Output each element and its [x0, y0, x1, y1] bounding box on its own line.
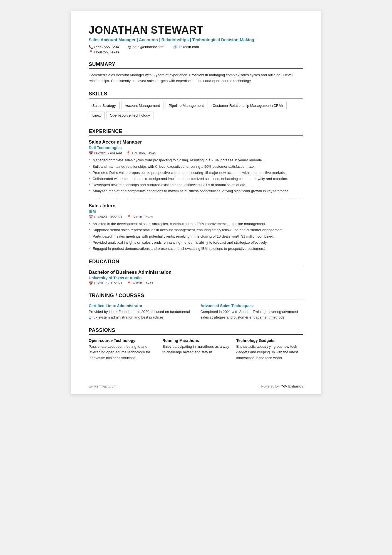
skill-tag: Account Management [121, 102, 163, 109]
skills-list: Sales StrategyAccount ManagementPipeline… [89, 102, 303, 121]
experience-section: EXPERIENCE Sales Account ManagerDell Tec… [89, 129, 303, 251]
edu-school: University of Texas at Austin [89, 276, 303, 280]
summary-text: Dedicated Sales Account Manager with 3 y… [89, 72, 303, 84]
list-item: Participated in sales meetings with pote… [89, 234, 303, 239]
calendar-icon: 📅 [89, 281, 93, 285]
list-item: Managed complete sales cycles from prosp… [89, 157, 303, 163]
footer: www.enhancv.com Powered by Enhancv [89, 384, 303, 389]
list-item: Collaborated with internal teams to desi… [89, 176, 303, 182]
list-item: Analyzed market and competitive conditio… [89, 188, 303, 194]
calendar-icon: 📅 [89, 215, 93, 219]
header: JONATHAN STEWART Sales Account Manager |… [89, 24, 303, 54]
location-icon: 📍 [89, 50, 93, 54]
edu-location-icon: 📍 [127, 281, 131, 285]
powered-by-text: Powered by [261, 384, 279, 388]
skill-tag: Pipeline Management [165, 102, 207, 109]
enhancv-brand-text: Enhancv [288, 384, 303, 388]
experience-entry: Sales InternIBM 📅 01/2020 - 05/2021 📍 Au… [89, 199, 303, 251]
training-section: TRAINING / COURSES Certified Linux Admin… [89, 293, 303, 320]
skill-tag: Linux [89, 112, 105, 119]
training-item: Advanced Sales TechniquesCompleted in 20… [200, 304, 303, 320]
list-item: Supported senior sales representatives i… [89, 227, 303, 233]
passion-item: Running MarathonsEnjoy participating in … [162, 338, 229, 361]
passions-grid: Open-source TechnologyPassionate about c… [89, 338, 303, 361]
education-heading: EDUCATION [89, 259, 303, 266]
footer-website: www.enhancv.com [89, 384, 116, 388]
education-section: EDUCATION Bachelor of Business Administr… [89, 259, 303, 285]
summary-section: SUMMARY Dedicated Sales Account Manager … [89, 61, 303, 84]
edu-meta: 📅 01/2017 - 01/2021 📍 Austin, Texas [89, 281, 303, 285]
passion-desc: Enjoy participating in marathons as a wa… [162, 344, 229, 355]
list-item: Engaged in product demonstrations and pr… [89, 246, 303, 251]
phone-text: (555) 555-1234 [94, 45, 119, 49]
job-dates: 📅 06/2021 - Present [89, 151, 122, 155]
edu-degree: Bachelor of Business Administration [89, 270, 303, 275]
passions-section: PASSIONS Open-source TechnologyPassionat… [89, 327, 303, 361]
enhancv-logo: Enhancv [281, 384, 303, 389]
location-row: 📍 Houston, Texas [89, 50, 303, 54]
experience-entry: Sales Account ManagerDell Technologies 📅… [89, 139, 303, 194]
enhancv-icon [281, 384, 287, 389]
location-pin-icon: 📍 [126, 151, 131, 155]
phone-contact: 📞 (555) 555-1234 [89, 45, 119, 49]
candidate-name: JONATHAN STEWART [89, 24, 303, 36]
job-title: Sales Intern [89, 203, 303, 209]
training-item: Certified Linux AdministratorProvided by… [89, 304, 192, 320]
job-dates: 📅 01/2020 - 05/2021 [89, 215, 122, 219]
passion-title: Running Marathons [162, 338, 229, 343]
passion-title: Open-source Technology [89, 338, 156, 343]
skills-heading: SKILLS [89, 91, 303, 98]
candidate-title: Sales Account Manager | Accounts | Relat… [89, 37, 303, 42]
passion-item: Technology GadgetsEnthusiastic about try… [236, 338, 303, 361]
calendar-icon: 📅 [89, 151, 93, 155]
training-desc: Provided by Linux Foundation in 2020, fo… [89, 309, 192, 320]
skill-tag: Open-source Technology [106, 112, 153, 119]
list-item: Built and maintained relationships with … [89, 164, 303, 169]
contact-row: 📞 (555) 555-1234 @ help@enhancv.com 🔗 li… [89, 45, 303, 49]
edu-location: 📍 Austin, Texas [127, 281, 153, 285]
training-title: Certified Linux Administrator [89, 304, 192, 308]
phone-icon: 📞 [89, 45, 93, 49]
linkedin-contact: 🔗 linkedin.com [173, 45, 199, 49]
list-item: Promoted Dell's value proposition to pro… [89, 170, 303, 176]
job-location: 📍 Houston, Texas [126, 151, 156, 155]
footer-brand: Powered by Enhancv [261, 384, 303, 389]
edu-dates: 📅 01/2017 - 01/2021 [89, 281, 122, 285]
email-contact: @ help@enhancv.com [128, 45, 164, 49]
list-item: Assisted in the development of sales str… [89, 221, 303, 227]
location-pin-icon: 📍 [127, 215, 131, 219]
company-name: Dell Technologies [89, 145, 303, 150]
passions-heading: PASSIONS [89, 327, 303, 335]
list-item: Developed new relationships and nurtured… [89, 182, 303, 188]
email-text: help@enhancv.com [133, 45, 164, 49]
job-bullets: Managed complete sales cycles from prosp… [89, 157, 303, 194]
experience-heading: EXPERIENCE [89, 129, 303, 136]
location-text: Houston, Texas [94, 50, 119, 54]
email-icon: @ [128, 45, 132, 49]
training-title: Advanced Sales Techniques [200, 304, 303, 308]
link-icon: 🔗 [173, 45, 178, 49]
linkedin-text: linkedin.com [179, 45, 199, 49]
jobs-container: Sales Account ManagerDell Technologies 📅… [89, 139, 303, 251]
training-desc: Completed in 2021 with Sandler Training,… [200, 309, 303, 320]
passion-desc: Enthusiastic about trying out new tech g… [236, 344, 303, 361]
job-meta: 📅 01/2020 - 05/2021 📍 Austin, Texas [89, 215, 303, 219]
job-title: Sales Account Manager [89, 139, 303, 145]
resume-page: JONATHAN STEWART Sales Account Manager |… [71, 11, 321, 394]
summary-heading: SUMMARY [89, 61, 303, 69]
passion-item: Open-source TechnologyPassionate about c… [89, 338, 156, 361]
job-meta: 📅 06/2021 - Present 📍 Houston, Texas [89, 151, 303, 155]
company-name: IBM [89, 209, 303, 214]
skill-tag: Sales Strategy [89, 102, 120, 109]
passion-title: Technology Gadgets [236, 338, 303, 343]
job-bullets: Assisted in the development of sales str… [89, 221, 303, 251]
job-location: 📍 Austin, Texas [127, 215, 153, 219]
list-item: Provided analytical insights on sales tr… [89, 240, 303, 245]
passion-desc: Passionate about contributing to and lev… [89, 344, 156, 361]
skill-tag: Customer Relationship Management (CRM) [209, 102, 287, 109]
training-heading: TRAINING / COURSES [89, 293, 303, 300]
skills-section: SKILLS Sales StrategyAccount ManagementP… [89, 91, 303, 121]
training-grid: Certified Linux AdministratorProvided by… [89, 304, 303, 320]
